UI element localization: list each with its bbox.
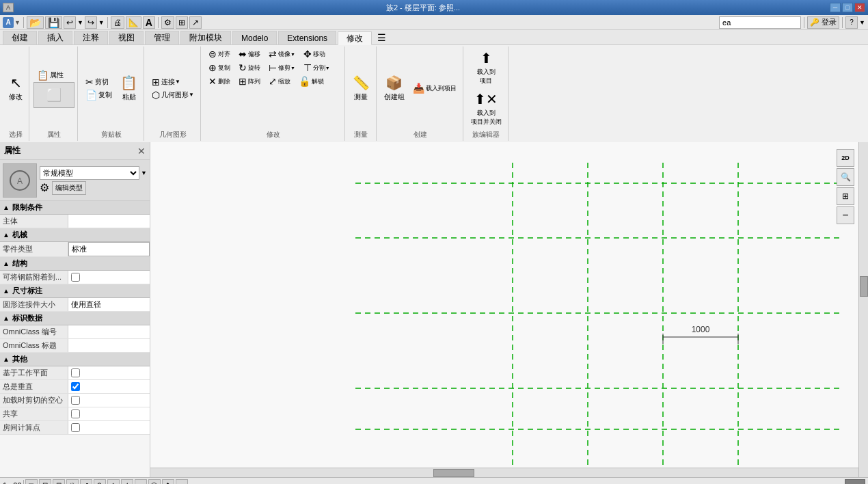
view-cube[interactable] xyxy=(845,479,865,485)
type-icon-btn[interactable]: ⬜ xyxy=(33,82,74,108)
tab-modelo[interactable]: Modelo xyxy=(232,31,277,44)
scale-modify-button[interactable]: ⤢ 缩放 xyxy=(265,75,294,88)
tab-extensions[interactable]: Extensions xyxy=(278,31,336,44)
zoom-in-button[interactable]: 🔍 xyxy=(837,168,854,186)
measure-button[interactable]: 📐 xyxy=(126,16,141,29)
close-button[interactable]: ✕ xyxy=(854,3,865,12)
info-arrow-icon[interactable]: ▼ xyxy=(859,19,865,26)
array-button[interactable]: ⊞ 阵列 xyxy=(235,75,264,88)
redo-button[interactable]: ↪ xyxy=(85,16,97,29)
cut-void-checkbox[interactable] xyxy=(71,396,80,405)
geometry-icon: ⬡ xyxy=(152,90,160,100)
group-family-editor: ⬆ 载入到项目 ⬆✕ 载入到项目并关闭 族编辑器 xyxy=(465,46,508,141)
section-ifc[interactable]: ▲ 标识数据 xyxy=(0,312,150,325)
crop-button[interactable]: ◇ xyxy=(107,479,120,485)
load-to-project-button[interactable]: 📥 载入到项目 xyxy=(409,82,460,94)
section-mechanical[interactable]: ▲ 机械 xyxy=(0,228,150,242)
copy-button[interactable]: 📄 复制 xyxy=(82,89,116,101)
move-button[interactable]: ✥ 移动 xyxy=(300,48,329,60)
highlight-button[interactable]: ↗ xyxy=(80,479,92,485)
connect-button[interactable]: ⊞ 连接 ▼ xyxy=(148,76,198,88)
properties-small-btn[interactable]: 📋 属性 xyxy=(33,69,74,81)
section-constraints[interactable]: ▲ 限制条件 xyxy=(0,201,150,215)
load-project-button[interactable]: ⬆ 载入到项目 xyxy=(467,48,505,88)
tab-addins[interactable]: 附加模块 xyxy=(180,31,231,44)
create-group-button[interactable]: 📦 创建组 xyxy=(381,68,408,108)
text-button[interactable]: A xyxy=(143,16,155,29)
shared-checkbox[interactable] xyxy=(71,409,80,418)
visual-style-button[interactable]: ⊞ xyxy=(53,479,65,485)
scrollbar-thumb-horizontal[interactable] xyxy=(433,469,474,477)
workset-button[interactable]: ❖ xyxy=(162,479,174,485)
open-button[interactable]: 📂 xyxy=(27,16,44,29)
type-dropdown-arrow[interactable]: ▼ xyxy=(141,170,147,176)
redo-arrow-icon[interactable]: ▼ xyxy=(98,16,105,29)
mirror-button[interactable]: ⇄ 镜像 ▼ xyxy=(265,48,299,60)
rotate-button[interactable]: ↻ 旋转 xyxy=(235,62,264,74)
scrollbar-thumb-vertical[interactable] xyxy=(860,276,868,297)
rebar-checkbox[interactable] xyxy=(71,273,80,282)
paste-button[interactable]: 📋 粘贴 xyxy=(117,68,141,108)
properties-close-button[interactable]: ✕ xyxy=(137,146,146,157)
save-button[interactable]: 💾 xyxy=(45,16,62,29)
tab-create[interactable]: 创建 xyxy=(3,31,37,44)
view-mode-square-button[interactable]: □ xyxy=(25,479,38,485)
back-button[interactable]: ← xyxy=(176,479,188,485)
offset-button[interactable]: ⬌ 偏移 xyxy=(235,48,264,60)
modify-button[interactable]: ↖ 修改 xyxy=(5,68,26,108)
undo-arrow-icon[interactable]: ▼ xyxy=(77,16,83,29)
type-dropdown[interactable]: 常规模型 xyxy=(40,166,139,180)
info-button[interactable]: ? xyxy=(845,16,858,29)
tab-options-icon[interactable]: ☰ xyxy=(373,31,390,44)
render-button[interactable]: ⟳ xyxy=(94,479,106,485)
work-plane-checkbox[interactable] xyxy=(71,368,80,377)
2d-view-button[interactable]: 2D xyxy=(837,149,854,167)
delete-button[interactable]: ✕ 删除 xyxy=(205,75,234,88)
canvas-area[interactable]: 1000 2D 🔍 ⊞ − xyxy=(150,142,868,477)
window-title: 族2 - 楼层平面: 参照... xyxy=(16,3,830,13)
section-other[interactable]: ▲ 其他 xyxy=(0,353,150,366)
trim-button[interactable]: ⊢ 修剪 ▼ xyxy=(265,62,299,74)
tab-view[interactable]: 视图 xyxy=(109,31,144,44)
maximize-button[interactable]: □ xyxy=(842,3,853,12)
copy-mod-button[interactable]: ⊕ 复制 xyxy=(205,62,234,74)
separator4 xyxy=(804,17,804,28)
minimize-button[interactable]: ─ xyxy=(830,3,841,12)
shadow-button[interactable]: ☀ xyxy=(66,479,79,485)
grid-button[interactable]: ⊞ xyxy=(176,16,188,29)
horizontal-scrollbar[interactable] xyxy=(150,468,858,477)
room-calc-checkbox[interactable] xyxy=(71,423,80,432)
rotate-icon: ↻ xyxy=(239,62,247,73)
section-dimensions[interactable]: ▲ 尺寸标注 xyxy=(0,284,150,298)
geometry-btn[interactable]: ⬡ 几何图形 ▼ xyxy=(148,89,198,101)
cut-button[interactable]: ✂ 剪切 xyxy=(82,76,116,88)
analysis-button[interactable]: ○ xyxy=(135,479,147,485)
login-button[interactable]: 🔑 登录 xyxy=(807,16,839,29)
tab-insert[interactable]: 插入 xyxy=(38,31,72,44)
align-button[interactable]: ⊜ 对齐 xyxy=(205,48,234,60)
measure-tool-button[interactable]: 📏 测量 xyxy=(349,68,373,108)
vertical-scrollbar[interactable] xyxy=(858,142,868,477)
load-close-button[interactable]: ⬆✕ 载入到项目并关闭 xyxy=(467,89,505,129)
geometry-col: ⊞ 连接 ▼ ⬡ 几何图形 ▼ xyxy=(148,76,198,101)
edit-type-button[interactable]: 编辑类型 xyxy=(52,181,86,195)
split-button[interactable]: ⊤ 分割 ▼ xyxy=(300,62,334,74)
points-button[interactable]: ⬡ xyxy=(148,479,161,485)
zoom-fit-button[interactable]: ⊞ xyxy=(837,187,854,205)
settings-button[interactable]: ⚙ xyxy=(161,16,174,29)
section-structure[interactable]: ▲ 结构 xyxy=(0,257,150,271)
tab-manage[interactable]: 管理 xyxy=(145,31,179,44)
reveal-button[interactable]: ✦ xyxy=(121,479,133,485)
detail-level-button[interactable]: ⊡ xyxy=(39,479,51,485)
zoom-out-button[interactable]: − xyxy=(837,206,854,224)
align-icon: ⊜ xyxy=(208,49,217,59)
always-vertical-checkbox[interactable] xyxy=(71,382,80,391)
undo-button[interactable]: ↩ xyxy=(64,16,76,29)
unlock-button[interactable]: 🔓 解锁 xyxy=(295,75,327,88)
arrow-button[interactable]: ↗ xyxy=(189,16,202,29)
search-input[interactable] xyxy=(719,16,801,29)
tab-annotate[interactable]: 注释 xyxy=(74,31,108,44)
tab-modify[interactable]: 修改 xyxy=(338,31,372,45)
print-button[interactable]: 🖨 xyxy=(111,16,124,29)
view-controls: 2D 🔍 ⊞ − xyxy=(837,149,856,224)
